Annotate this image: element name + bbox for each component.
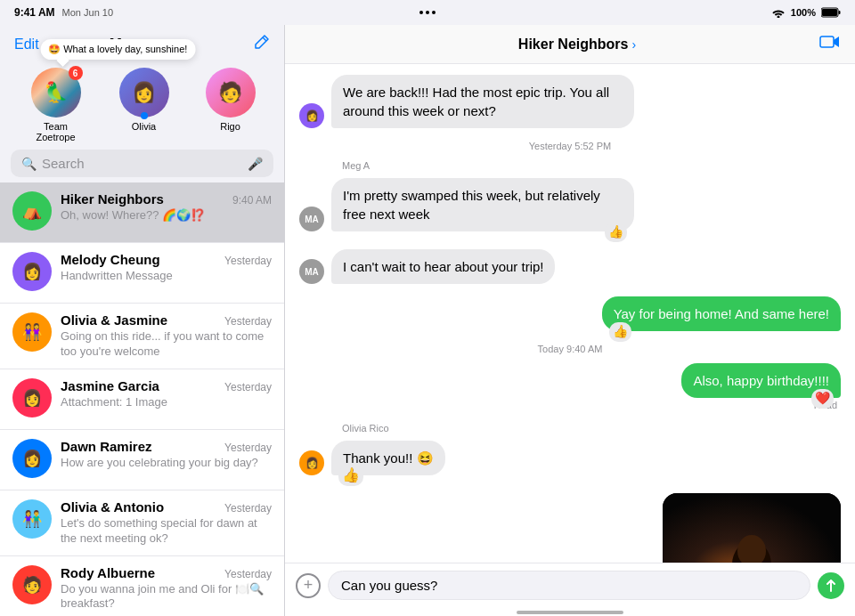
conv-item-dawn-ramirez[interactable]: 👩 Dawn Ramirez Yesterday How are you cel… <box>0 430 284 490</box>
status-time: 9:41 AM <box>14 6 55 19</box>
msg-avatar-msg2: MA <box>299 207 324 231</box>
conv-name-hiker-neighbors: Hiker Neighbors <box>61 191 164 207</box>
team-zoetrope-badge: 6 <box>69 66 83 80</box>
video-call-button[interactable] <box>819 34 841 54</box>
bubble-msg4: Yay for being home! And same here! 👍 <box>602 296 841 331</box>
status-bar-center <box>419 11 436 14</box>
battery-level: 100% <box>791 7 816 18</box>
conversation-list: ⛺ Hiker Neighbors 9:40 AM Oh, wow! Where… <box>0 182 284 616</box>
svg-rect-2 <box>822 9 837 16</box>
search-bar[interactable]: 🔍 Search 🎤 <box>11 150 273 177</box>
status-bar-left: 9:41 AM Mon Jun 10 <box>14 6 113 19</box>
bubble-msg2: I'm pretty swamped this week, but relati… <box>331 178 634 231</box>
send-button[interactable] <box>818 572 844 599</box>
pinned-contacts: 🤩 What a lovely day, sunshine! 🦜 6 Team … <box>0 61 284 146</box>
chat-title: Hiker Neighbors <box>518 36 629 53</box>
msg-avatar-msg3: MA <box>299 259 324 284</box>
msg-avatar-msg6: 👩 <box>299 450 324 475</box>
conv-item-olivia-jasmine[interactable]: 👭 Olivia & Jasmine Yesterday Going on th… <box>0 304 284 369</box>
conv-preview-olivia-antonio: Let's do something special for dawn at t… <box>61 516 272 547</box>
bubble-msg6: Thank you!! 😆 👍 <box>331 441 445 475</box>
conv-name-olivia-antonio: Olivia & Antonio <box>61 499 164 515</box>
conv-content-jasmine-garcia: Jasmine Garcia Yesterday Attachment: 1 I… <box>61 378 272 410</box>
mic-icon: 🎤 <box>248 157 263 171</box>
conv-time-dawn-ramirez: Yesterday <box>224 442 272 454</box>
pinned-name-rigo: Rigo <box>220 121 240 132</box>
compose-icon <box>252 34 270 52</box>
message-row-msg5: Also, happy birthday!!!! ❤️ Read <box>299 363 841 410</box>
conv-preview-melody-cheung: Handwritten Message <box>61 269 272 284</box>
message-row-msg3: MA I can't wait to hear about your trip! <box>299 249 841 284</box>
msg-avatar-msg1: 👩 <box>299 103 324 128</box>
message-bubble-popup: 🤩 What a lovely day, sunshine! <box>40 39 195 60</box>
conv-name-jasmine-garcia: Jasmine Garcia <box>61 378 159 393</box>
bubble-msg3: I can't wait to hear about your trip! <box>331 249 555 284</box>
conv-time-olivia-jasmine: Yesterday <box>224 315 272 328</box>
wifi-icon <box>771 7 786 18</box>
conv-avatar-rody-albuerne: 🧑 <box>12 565 52 604</box>
conv-name-olivia-jasmine: Olivia & Jasmine <box>61 312 167 328</box>
conv-content-olivia-antonio: Olivia & Antonio Yesterday Let's do some… <box>61 499 272 547</box>
conv-content-dawn-ramirez: Dawn Ramirez Yesterday How are you celeb… <box>61 439 272 471</box>
olivia-unread-dot <box>141 112 148 119</box>
conv-time-rody-albuerne: Yesterday <box>224 568 272 580</box>
conv-avatar-melody-cheung: 👩 <box>12 252 52 291</box>
chat-image-person <box>663 493 841 563</box>
conv-item-hiker-neighbors[interactable]: ⛺ Hiker Neighbors 9:40 AM Oh, wow! Where… <box>0 182 284 243</box>
message-input[interactable] <box>328 571 810 600</box>
conv-avatar-olivia-jasmine: 👭 <box>12 312 52 352</box>
chat-image <box>663 493 841 563</box>
bubble-msg1: We are back!!! Had the most epic trip. Y… <box>331 75 634 128</box>
chat-image-svg <box>663 493 841 563</box>
edit-button[interactable]: Edit <box>14 36 39 53</box>
chat-header: Hiker Neighbors › <box>285 25 855 64</box>
rigo-avatar-circle: 🧑 <box>206 68 256 118</box>
home-indicator <box>517 611 623 614</box>
message-row-msg6: 👩 Thank you!! 😆 👍 <box>299 441 841 475</box>
conv-item-jasmine-garcia[interactable]: 👩 Jasmine Garcia Yesterday Attachment: 1… <box>0 369 284 430</box>
pinned-avatar-olivia: 👩 <box>119 68 169 118</box>
add-button[interactable]: + <box>296 573 321 598</box>
chat-panel: Hiker Neighbors › 👩 We are back!!! Had t… <box>285 25 855 616</box>
status-bar: 9:41 AM Mon Jun 10 100% <box>0 0 855 25</box>
pinned-contact-rigo[interactable]: 🧑 Rigo <box>206 68 256 142</box>
conv-preview-olivia-jasmine: Going on this ride... if you want to com… <box>61 329 272 360</box>
conv-time-olivia-antonio: Yesterday <box>224 502 272 515</box>
pinned-name-team-zoetrope: Team Zoetrope <box>29 121 83 142</box>
conv-preview-hiker-neighbors: Oh, wow! Where?? 🌈🌍⁉️ <box>61 208 272 223</box>
svg-rect-3 <box>820 36 834 47</box>
pinned-contact-olivia[interactable]: 👩 Olivia <box>119 68 169 142</box>
message-row-msg1: 👩 We are back!!! Had the most epic trip.… <box>299 75 841 128</box>
conv-content-hiker-neighbors: Hiker Neighbors 9:40 AM Oh, wow! Where??… <box>61 191 272 223</box>
send-icon <box>825 580 837 592</box>
conv-preview-rody-albuerne: Do you wanna join me and Oli for 🍽️🔍 bre… <box>61 582 272 612</box>
bubble-msg5: Also, happy birthday!!!! ❤️ <box>681 363 841 398</box>
message-row-msg4: Yay for being home! And same here! 👍 <box>299 296 841 331</box>
dot1 <box>419 11 423 14</box>
message-row-msg7 <box>299 493 841 563</box>
conv-preview-dawn-ramirez: How are you celebrating your big day? <box>61 456 272 471</box>
pinned-avatar-team-zoetrope: 🤩 What a lovely day, sunshine! 🦜 6 <box>31 68 81 118</box>
search-icon: 🔍 <box>21 157 37 171</box>
svg-rect-1 <box>839 11 841 14</box>
conv-content-melody-cheung: Melody Cheung Yesterday Handwritten Mess… <box>61 252 272 284</box>
pinned-name-olivia: Olivia <box>132 121 157 132</box>
sender-label-mega: Meg A <box>342 160 841 171</box>
conv-item-melody-cheung[interactable]: 👩 Melody Cheung Yesterday Handwritten Me… <box>0 243 284 304</box>
conv-item-olivia-antonio[interactable]: 👫 Olivia & Antonio Yesterday Let's do so… <box>0 490 284 556</box>
compose-button[interactable] <box>252 34 270 55</box>
status-day: Mon Jun 10 <box>62 7 113 18</box>
video-icon <box>819 34 841 50</box>
input-bar: + <box>285 563 855 607</box>
chat-title-area[interactable]: Hiker Neighbors › <box>518 36 636 53</box>
conv-avatar-jasmine-garcia: 👩 <box>12 378 52 417</box>
conv-content-rody-albuerne: Rody Albuerne Yesterday Do you wanna joi… <box>61 565 272 612</box>
conv-time-hiker-neighbors: 9:40 AM <box>232 194 272 207</box>
conv-preview-jasmine-garcia: Attachment: 1 Image <box>61 395 272 410</box>
search-input[interactable]: Search <box>42 156 242 171</box>
sender-label-olivia-rico: Olivia Rico <box>342 423 841 434</box>
sidebar: Edit Messages 🤩 What a lovely day, sunsh… <box>0 25 285 616</box>
pinned-avatar-rigo: 🧑 <box>206 68 256 118</box>
conv-item-rody-albuerne[interactable]: 🧑 Rody Albuerne Yesterday Do you wanna j… <box>0 556 284 616</box>
pinned-contact-team-zoetrope[interactable]: 🤩 What a lovely day, sunshine! 🦜 6 Team … <box>29 68 83 142</box>
